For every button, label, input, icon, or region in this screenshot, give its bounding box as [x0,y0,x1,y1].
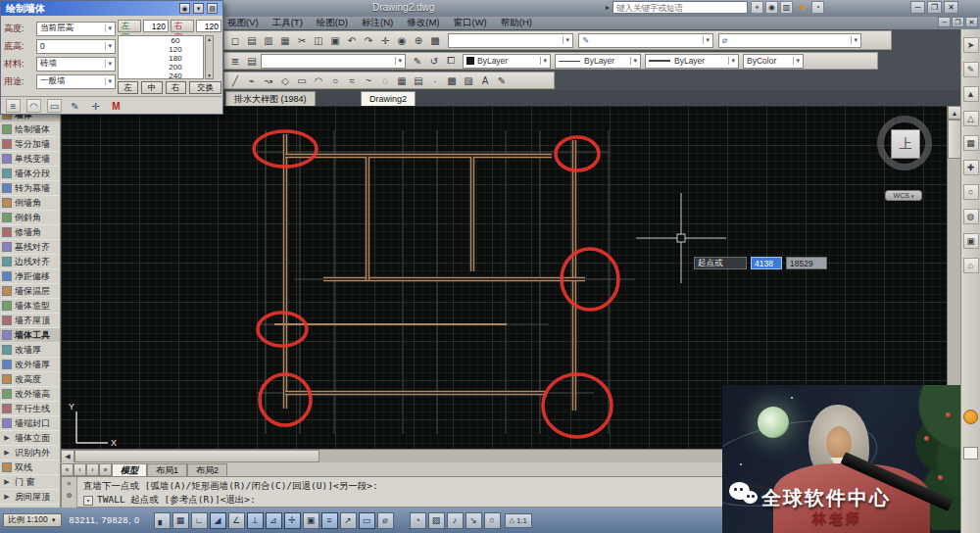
wcs-menu[interactable]: WCS▾ [885,190,922,201]
screen-menu-item[interactable]: 墙保温层 [0,284,60,299]
horizontal-scroll-thumb[interactable] [74,450,319,462]
ap-toggle[interactable]: ⌀ [377,512,394,529]
width-preset-row[interactable]: 120 [119,45,203,54]
polygon-icon[interactable]: ◇ [277,73,293,88]
menu-item[interactable]: 帮助(H) [501,17,532,29]
window-thumb-icon[interactable] [963,447,978,460]
orbit-icon[interactable]: ◍ [963,209,979,224]
ray-icon[interactable]: ⌁ [244,73,260,88]
screen-menu-item[interactable]: 倒墙角 [0,196,60,211]
screen-menu-item[interactable]: 改墙厚 [0,343,60,358]
revcloud-icon[interactable]: ≈ [344,73,360,88]
field-combo[interactable]: 砖墙▾ [36,57,116,72]
properties-icon[interactable]: ▩ [427,32,443,48]
select-arrow-icon[interactable]: ➤ [963,37,979,53]
dialog-title-bar[interactable]: 绘制墙体 ◉▾▨ [1,1,222,16]
screen-menu-item[interactable]: 改外墙高 [0,387,60,402]
orange-badge-icon[interactable] [963,410,978,424]
color-combo[interactable]: ByLayer▾ [463,54,551,69]
spline-icon[interactable]: ~ [361,73,376,88]
help-sphere-icon[interactable]: ◔ [811,1,824,14]
cut-icon[interactable]: ✂ [294,32,310,48]
collapse-icon[interactable]: ▾ [193,3,204,14]
outline-triangle-icon[interactable]: △ [963,111,979,126]
circle-tool-icon[interactable]: ○ [963,184,979,200]
screen-menu-item[interactable]: 转为幕墙 [0,181,60,196]
fill-triangle-icon[interactable]: ▲ [963,86,979,102]
workspace-combo[interactable]: ✎▾ [578,33,713,48]
scroll-left-arrow[interactable]: ◀ [61,450,74,463]
text-icon[interactable]: A [477,73,493,88]
new-file-icon[interactable]: ◻ [227,32,243,48]
hatch-style-icon[interactable]: ▨ [207,3,218,14]
favorites-star-icon[interactable]: ★ [796,1,808,14]
arc-icon[interactable]: ◠ [311,73,326,88]
screen-menu-item[interactable]: 绘制墙体 [0,122,60,137]
layout-nav-button[interactable]: « [61,463,74,476]
screen-menu-item[interactable]: 双线 [0,460,60,475]
search-input[interactable] [612,1,748,14]
osnap-toggle[interactable]: ∠ [228,512,245,529]
tool-palette-combo[interactable]: ⌀▾ [718,33,861,48]
viewcube[interactable]: 上 [875,114,938,176]
customize-wrench-icon[interactable]: ⚙ [67,491,72,500]
rectangle-icon[interactable]: ▭ [294,73,310,88]
grid-toggle[interactable]: ▦ [172,512,189,529]
qp-toggle[interactable]: ≡ [321,512,338,529]
make-current-icon[interactable]: ✎ [410,53,425,69]
region-icon[interactable]: ▣ [963,233,979,249]
menu-item[interactable]: 修改(M) [407,17,439,29]
otrack-toggle[interactable]: ⟂ [247,512,264,529]
align-button[interactable]: 中 [141,81,162,94]
open-file-icon[interactable]: ▤ [244,32,260,48]
annotation-icon[interactable]: ♪ [447,512,464,529]
screen-menu-item[interactable]: 墙体工具 [0,328,60,343]
field-combo[interactable]: 0▾ [36,39,116,54]
screen-menu-item[interactable]: 改高度 [0,372,60,387]
match-layer-icon[interactable]: ⧠ [443,53,459,69]
width-preset-row[interactable]: 200 [119,63,203,72]
point-icon[interactable]: ∙ [427,73,443,88]
screen-menu-item[interactable]: 墙体造型 [0,299,60,314]
scroll-up-arrow[interactable]: ▲ [948,106,961,120]
screen-menu-item[interactable]: ▶房间屋顶 [0,490,60,505]
close-button[interactable]: ✕ [944,1,958,14]
straight-wall-icon[interactable]: ≡ [6,99,21,113]
screen-menu-item[interactable]: 修墙角 [0,225,60,240]
merge-icon[interactable]: M [109,99,123,113]
width-preset-row[interactable]: 180 [119,54,203,63]
right-width-input[interactable] [196,20,221,32]
screen-menu-item[interactable]: 改外墙厚 [0,358,60,372]
autoscale-icon[interactable]: ↘ [466,512,482,529]
doc-restore-button[interactable]: ❐ [952,17,964,27]
screen-menu-item[interactable]: ▶识别内外 [0,446,60,460]
model-space-icon[interactable]: ◔ [410,512,426,529]
zoom-window-icon[interactable]: ⊕ [411,32,426,48]
viewcube-top-face[interactable]: 上 [891,129,920,159]
move-cross-icon[interactable]: ✚ [963,160,979,175]
rect-wall-icon[interactable]: ▭ [47,99,62,113]
paste-icon[interactable]: ▣ [327,32,343,48]
screen-menu-item[interactable]: ▶门 窗 [0,475,60,490]
pan-icon[interactable]: ✛ [377,32,393,48]
polar-toggle[interactable]: ◢ [210,512,226,529]
layout-tab[interactable]: 布局1 [147,463,187,476]
quick-view-icon[interactable]: ▨ [428,512,445,529]
right-width-button[interactable]: 右宽 [171,20,194,32]
ortho-toggle[interactable]: ∟ [191,512,208,529]
draw-wall-dialog[interactable]: 绘制墙体 ◉▾▨ 高度:当前层高▾底高:0▾材料:砖墙▾用途:一般墙▾ 左宽 右… [0,0,223,115]
screen-menu-item[interactable]: 等分加墙 [0,137,60,152]
width-preset-row[interactable]: 60 [119,36,203,45]
pin-icon[interactable]: ◉ [179,3,190,14]
plot-icon[interactable]: ▦ [277,32,293,48]
layer-states-icon[interactable]: ▤ [244,53,260,69]
dyn-toggle[interactable]: ✛ [284,512,301,529]
workspace-icon[interactable]: ○ [484,512,501,529]
edit-text-icon[interactable]: ✎ [494,73,510,88]
make-block-icon[interactable]: ▤ [411,73,426,88]
doc-minimize-button[interactable]: ─ [938,17,951,27]
menu-item[interactable]: 工具(T) [272,17,303,29]
snap-toggle[interactable]: ▖ [154,512,171,529]
screen-menu-item[interactable]: 墙齐屋顶 [0,314,60,328]
field-combo[interactable]: 当前层高▾ [36,22,116,36]
